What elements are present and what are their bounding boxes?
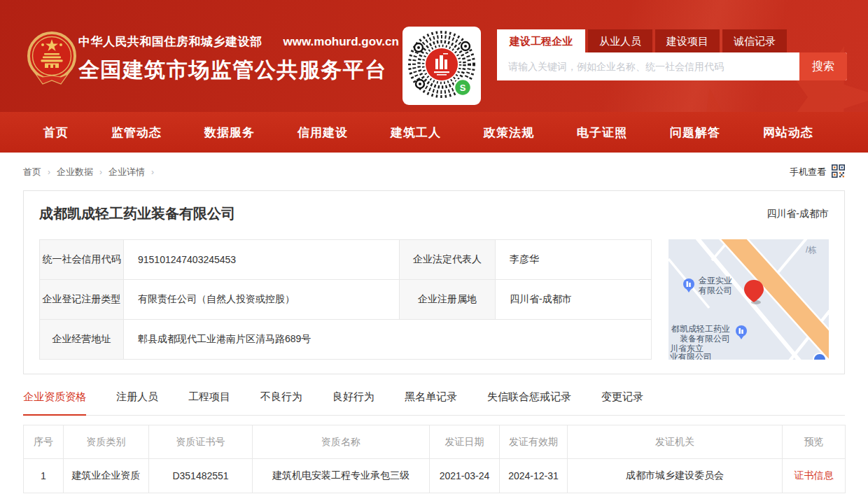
reg-region-value: 四川省-成都市 [496,280,652,320]
reg-type-label: 企业登记注册类型 [40,280,124,320]
site-header: 中华人民共和国住房和城乡建设部 www.mohurd.gov.cn 全国建筑市场… [0,0,868,112]
search-tab-建设工程企业[interactable]: 建设工程企业 [497,29,585,52]
cell-发证日期: 2021-03-24 [430,459,500,493]
search-input[interactable] [497,52,799,80]
breadcrumb-item-首页[interactable]: 首页 [23,166,41,178]
detail-tabs: 企业资质资格注册人员工程项目不良行为良好行为黑名单记录失信联合惩戒记录变更记录 [23,390,845,416]
svg-text:金亚实业: 金亚实业 [698,276,732,285]
address-label: 企业经营地址 [40,320,124,360]
address-value: 郫县成都现代工业港南片区清马路689号 [124,320,652,360]
breadcrumb-separator-icon: › [48,167,50,177]
tab-工程项目[interactable]: 工程项目 [188,390,230,415]
cell-发证有效期: 2024-12-31 [500,459,568,493]
column-header-序号: 序号 [24,425,64,459]
svg-text:都凯成轻工药业: 都凯成轻工药业 [671,324,730,334]
cell-序号: 1 [24,459,64,493]
column-header-发证日期: 发证日期 [430,425,500,459]
column-header-发证有效期: 发证有效期 [500,425,568,459]
nav-item-政策法规[interactable]: 政策法规 [484,125,534,141]
cell-发证机关: 成都市城乡建设委员会 [568,459,783,493]
breadcrumb: 首页›企业数据›企业详情› [23,166,154,178]
site-url: www.mohurd.gov.cn [284,35,399,49]
site-title-block: 中华人民共和国住房和城乡建设部 www.mohurd.gov.cn 全国建筑市场… [78,34,399,85]
column-header-发证机关: 发证机关 [568,425,783,459]
search-tab-从业人员[interactable]: 从业人员 [588,29,652,52]
reg-region-label: 企业注册属地 [400,280,496,320]
tab-企业资质资格[interactable]: 企业资质资格 [23,390,86,416]
breadcrumb-item-企业数据[interactable]: 企业数据 [57,166,93,178]
company-region: 四川省-成都市 [766,208,829,220]
qualification-table: 序号资质类别资质证书号资质名称发证日期发证有效期发证机关预览 1建筑业企业资质D… [23,425,846,493]
mobile-view-label: 手机查看 [790,166,826,178]
search-tab-诚信记录[interactable]: 诚信记录 [722,29,787,52]
wechat-qr-code: S [402,27,481,105]
svg-text:有限公司: 有限公司 [698,285,732,295]
platform-title: 全国建筑市场监管公共服务平台 [78,56,399,85]
company-name: 成都凯成轻工药业装备有限公司 [39,204,235,223]
nav-item-网站动态[interactable]: 网站动态 [763,125,813,141]
nav-item-首页[interactable]: 首页 [43,125,69,141]
company-info-table: 统一社会信用代码 915101247403245453 企业法定代表人 李彦华 … [39,239,652,360]
legal-rep-label: 企业法定代表人 [400,240,496,280]
column-header-预览: 预览 [783,425,846,459]
breadcrumb-row: 首页›企业数据›企业详情› 手机查看 [0,153,868,180]
nav-item-问题解答[interactable]: 问题解答 [670,125,720,141]
cell-资质类别: 建筑业企业资质 [64,459,149,493]
cell-资质证书号: D351482551 [149,459,253,493]
nav-item-信用建设[interactable]: 信用建设 [298,125,348,141]
legal-rep-value: 李彦华 [496,240,652,280]
breadcrumb-separator-icon: › [151,167,154,177]
credit-code-label: 统一社会信用代码 [40,240,124,280]
column-header-资质名称: 资质名称 [253,425,430,459]
breadcrumb-item-企业详情[interactable]: 企业详情 [108,166,145,178]
svg-text:装备有限公司: 装备有限公司 [680,334,730,344]
page: 中华人民共和国住房和城乡建设部 www.mohurd.gov.cn 全国建筑市场… [0,0,868,494]
table-row: 1建筑业企业资质D351482551建筑机电安装工程专业承包三级2021-03-… [24,459,846,493]
svg-text:/栋: /栋 [806,245,816,255]
company-location-map[interactable]: /栋 金亚实业 有限公司 都凯成轻工药业 装备有限公司 川省东立 业有限公司 [668,239,829,360]
tab-良好行为[interactable]: 良好行为 [332,390,374,415]
breadcrumb-separator-icon: › [99,167,102,177]
star-decoration [665,80,771,112]
cell-预览: 证书信息 [783,459,846,493]
column-header-资质证书号: 资质证书号 [149,425,253,459]
mobile-view-button[interactable]: 手机查看 [790,164,845,180]
svg-text:S: S [460,83,466,93]
main-navigation: 首页监管动态数据服务信用建设建筑工人政策法规电子证照问题解答网站动态 [0,112,868,153]
ministry-name: 中华人民共和国住房和城乡建设部 [78,34,262,50]
reg-type-value: 有限责任公司（自然人投资或控股） [124,280,400,320]
column-header-资质类别: 资质类别 [64,425,149,459]
search-button[interactable]: 搜索 [799,52,847,80]
nav-item-电子证照[interactable]: 电子证照 [577,125,627,141]
tab-失信联合惩戒记录[interactable]: 失信联合惩戒记录 [487,390,571,415]
tab-注册人员[interactable]: 注册人员 [116,390,158,415]
tab-黑名单记录[interactable]: 黑名单记录 [405,390,457,415]
svg-text:业有限公司: 业有限公司 [670,352,712,360]
national-emblem-logo [27,29,77,87]
tab-不良行为[interactable]: 不良行为 [260,390,302,415]
company-detail-card: 成都凯成轻工药业装备有限公司 四川省-成都市 统一社会信用代码 91510124… [23,190,845,374]
tab-变更记录[interactable]: 变更记录 [601,390,643,415]
credit-code-value: 915101247403245453 [124,240,400,280]
cell-资质名称: 建筑机电安装工程专业承包三级 [253,459,430,493]
header-search: 建设工程企业从业人员建设项目诚信记录 搜索 [497,29,847,80]
qr-code-icon[interactable] [832,164,845,180]
nav-item-数据服务[interactable]: 数据服务 [204,125,255,141]
map-blue-dot [813,353,826,360]
search-tab-建设项目[interactable]: 建设项目 [655,29,720,52]
search-category-tabs: 建设工程企业从业人员建设项目诚信记录 [497,29,847,52]
nav-item-建筑工人[interactable]: 建筑工人 [391,125,441,141]
nav-item-监管动态[interactable]: 监管动态 [111,125,162,141]
certificate-info-link[interactable]: 证书信息 [794,470,834,481]
